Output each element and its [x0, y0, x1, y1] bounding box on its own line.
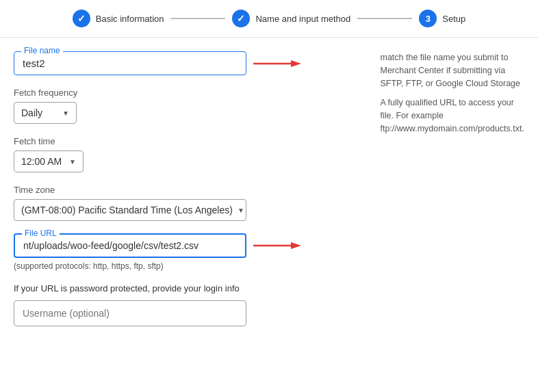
step-name-input: ✓ Name and input method [232, 10, 350, 27]
file-url-arrow-container: File URL [14, 233, 360, 258]
step-circle-2: ✓ [232, 10, 250, 27]
step-label-2: Name and input method [255, 14, 350, 24]
fetch-time-select[interactable]: 12:00 AM 1:00 AM 2:00 AM [21, 156, 65, 167]
file-name-field-wrapper[interactable]: File name [14, 51, 246, 75]
svg-marker-3 [291, 242, 301, 249]
file-url-group: File URL (supported protocols: http, htt… [14, 233, 360, 271]
fetch-time-group: Fetch time 12:00 AM 1:00 AM 2:00 AM ▼ [14, 136, 360, 172]
file-url-field-wrapper[interactable]: File URL [14, 233, 246, 258]
username-input[interactable] [23, 308, 238, 319]
fetch-time-select-wrapper[interactable]: 12:00 AM 1:00 AM 2:00 AM ▼ [14, 151, 84, 172]
step-basic-information: ✓ Basic information [73, 10, 164, 27]
time-zone-select-wrapper[interactable]: (GMT-08:00) Pacific Standard Time (Los A… [14, 199, 246, 221]
file-url-label: File URL [22, 228, 60, 238]
step-circle-3: 3 [419, 10, 437, 27]
file-name-group: File name [14, 51, 360, 75]
fetch-frequency-select[interactable]: Daily Weekly Monthly [21, 107, 58, 118]
step-connector-1 [170, 18, 225, 19]
time-zone-group: Time zone (GMT-08:00) Pacific Standard T… [14, 185, 360, 221]
file-url-hint: A fully qualified URL to access your fil… [381, 96, 525, 135]
file-name-arrow [253, 57, 301, 70]
file-name-hint: match the file name you submit to Mercha… [381, 51, 525, 90]
file-url-input[interactable] [23, 240, 237, 251]
check-icon-2: ✓ [237, 13, 245, 24]
file-name-input[interactable] [23, 57, 238, 69]
svg-marker-1 [291, 60, 301, 67]
arrow-url-icon [253, 239, 301, 252]
fetch-frequency-group: Fetch frequency Daily Weekly Monthly ▼ [14, 88, 360, 124]
right-panel: match the file name you submit to Mercha… [360, 51, 525, 339]
time-zone-select[interactable]: (GMT-08:00) Pacific Standard Time (Los A… [21, 205, 233, 215]
fetch-time-label: Fetch time [14, 136, 360, 146]
arrow-icon [253, 57, 301, 70]
left-panel: File name Fetch frequency Daily Weekly [14, 51, 360, 339]
supported-protocols-text: (supported protocols: http, https, ftp, … [14, 261, 360, 271]
time-zone-label: Time zone [14, 185, 360, 195]
file-name-label: File name [21, 46, 63, 55]
password-protected-text: If your URL is password protected, provi… [14, 283, 360, 293]
password-protected-group: If your URL is password protected, provi… [14, 283, 360, 326]
check-icon-1: ✓ [77, 13, 86, 24]
fetch-time-arrow-icon: ▼ [69, 158, 76, 166]
step-circle-1: ✓ [73, 10, 90, 27]
file-url-arrow [253, 239, 301, 252]
step-number-3: 3 [426, 14, 431, 24]
fetch-frequency-arrow-icon: ▼ [62, 109, 69, 117]
fetch-frequency-select-wrapper[interactable]: Daily Weekly Monthly ▼ [14, 102, 77, 124]
step-label-3: Setup [442, 14, 465, 24]
main-content: File name Fetch frequency Daily Weekly [0, 38, 538, 339]
stepper: ✓ Basic information ✓ Name and input met… [0, 0, 538, 38]
file-name-arrow-container: File name [14, 51, 360, 75]
step-label-1: Basic information [96, 14, 164, 24]
username-field-wrapper[interactable] [14, 300, 246, 326]
fetch-frequency-label: Fetch frequency [14, 88, 360, 98]
step-setup: 3 Setup [419, 10, 465, 27]
time-zone-arrow-icon: ▼ [238, 207, 244, 214]
step-connector-2 [357, 18, 412, 19]
